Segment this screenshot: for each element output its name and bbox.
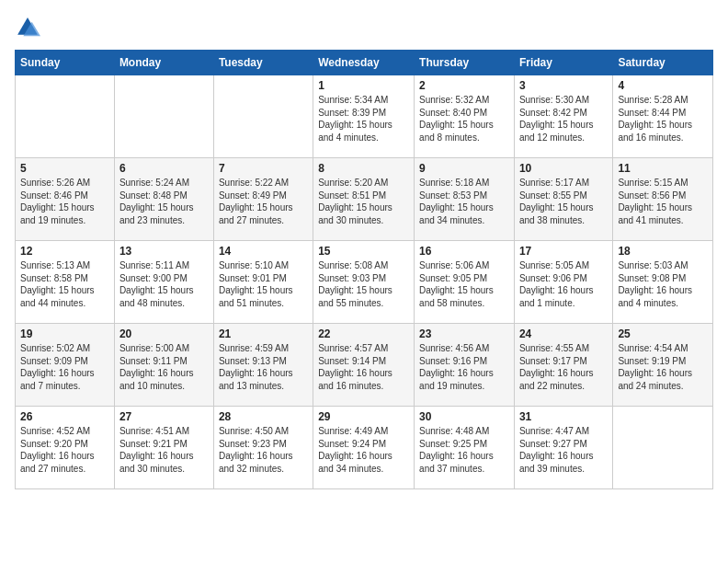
day-info: Sunrise: 5:24 AM Sunset: 8:48 PM Dayligh… — [119, 177, 209, 226]
day-info: Sunrise: 5:26 AM Sunset: 8:46 PM Dayligh… — [20, 177, 109, 226]
day-number: 21 — [219, 327, 308, 340]
day-info: Sunrise: 5:13 AM Sunset: 8:58 PM Dayligh… — [20, 259, 109, 309]
calendar-cell: 20Sunrise: 5:00 AM Sunset: 9:11 PM Dayli… — [114, 324, 213, 407]
day-number: 9 — [419, 162, 509, 175]
day-number: 26 — [20, 410, 109, 423]
day-info: Sunrise: 5:32 AM Sunset: 8:40 PM Dayligh… — [419, 94, 509, 144]
day-info: Sunrise: 5:11 AM Sunset: 9:00 PM Dayligh… — [119, 259, 209, 309]
day-number: 1 — [318, 79, 409, 92]
calendar-table: SundayMondayTuesdayWednesdayThursdayFrid… — [15, 50, 713, 489]
day-info: Sunrise: 4:56 AM Sunset: 9:16 PM Dayligh… — [419, 342, 509, 392]
calendar-cell: 4Sunrise: 5:28 AM Sunset: 8:44 PM Daylig… — [613, 75, 713, 158]
calendar-cell: 3Sunrise: 5:30 AM Sunset: 8:42 PM Daylig… — [514, 75, 612, 158]
day-info: Sunrise: 5:08 AM Sunset: 9:03 PM Dayligh… — [318, 259, 409, 309]
header — [15, 15, 713, 40]
calendar-cell — [613, 407, 713, 489]
calendar-cell: 12Sunrise: 5:13 AM Sunset: 8:58 PM Dayli… — [16, 241, 115, 324]
logo — [15, 15, 44, 40]
calendar-week-row: 5Sunrise: 5:26 AM Sunset: 8:46 PM Daylig… — [16, 158, 713, 241]
day-number: 5 — [20, 162, 109, 175]
calendar-cell — [16, 75, 115, 158]
calendar-cell: 6Sunrise: 5:24 AM Sunset: 8:48 PM Daylig… — [114, 158, 213, 241]
day-info: Sunrise: 5:28 AM Sunset: 8:44 PM Dayligh… — [618, 94, 708, 144]
day-info: Sunrise: 5:00 AM Sunset: 9:11 PM Dayligh… — [119, 342, 209, 392]
day-number: 8 — [318, 162, 409, 175]
day-number: 4 — [618, 79, 708, 92]
day-info: Sunrise: 4:55 AM Sunset: 9:17 PM Dayligh… — [519, 342, 608, 392]
calendar-header-row: SundayMondayTuesdayWednesdayThursdayFrid… — [16, 51, 713, 75]
day-number: 31 — [519, 410, 608, 423]
day-info: Sunrise: 5:34 AM Sunset: 8:39 PM Dayligh… — [318, 94, 409, 144]
day-number: 10 — [519, 162, 608, 175]
calendar-cell: 16Sunrise: 5:06 AM Sunset: 9:05 PM Dayli… — [415, 241, 515, 324]
day-info: Sunrise: 4:49 AM Sunset: 9:24 PM Dayligh… — [318, 425, 409, 475]
day-of-week-header: Thursday — [415, 51, 515, 75]
calendar-week-row: 12Sunrise: 5:13 AM Sunset: 8:58 PM Dayli… — [16, 241, 713, 324]
day-number: 12 — [20, 245, 109, 258]
day-info: Sunrise: 4:52 AM Sunset: 9:20 PM Dayligh… — [20, 425, 109, 475]
day-number: 13 — [119, 245, 209, 258]
calendar-cell: 19Sunrise: 5:02 AM Sunset: 9:09 PM Dayli… — [16, 324, 115, 407]
day-number: 7 — [219, 162, 308, 175]
day-info: Sunrise: 4:59 AM Sunset: 9:13 PM Dayligh… — [219, 342, 308, 392]
day-number: 25 — [618, 327, 708, 340]
day-info: Sunrise: 4:57 AM Sunset: 9:14 PM Dayligh… — [318, 342, 409, 392]
day-info: Sunrise: 5:15 AM Sunset: 8:56 PM Dayligh… — [618, 177, 708, 226]
day-number: 16 — [419, 245, 509, 258]
calendar-cell — [213, 75, 313, 158]
day-info: Sunrise: 5:06 AM Sunset: 9:05 PM Dayligh… — [419, 259, 509, 309]
day-info: Sunrise: 5:30 AM Sunset: 8:42 PM Dayligh… — [519, 94, 608, 144]
day-info: Sunrise: 5:02 AM Sunset: 9:09 PM Dayligh… — [20, 342, 109, 392]
calendar-cell: 8Sunrise: 5:20 AM Sunset: 8:51 PM Daylig… — [313, 158, 415, 241]
day-number: 23 — [419, 327, 509, 340]
day-of-week-header: Monday — [114, 51, 213, 75]
day-info: Sunrise: 5:03 AM Sunset: 9:08 PM Dayligh… — [618, 259, 708, 309]
day-of-week-header: Wednesday — [313, 51, 415, 75]
calendar-cell: 31Sunrise: 4:47 AM Sunset: 9:27 PM Dayli… — [514, 407, 612, 489]
calendar-cell: 29Sunrise: 4:49 AM Sunset: 9:24 PM Dayli… — [313, 407, 415, 489]
logo-icon — [15, 15, 40, 40]
day-number: 2 — [419, 79, 509, 92]
calendar-cell: 22Sunrise: 4:57 AM Sunset: 9:14 PM Dayli… — [313, 324, 415, 407]
calendar-week-row: 1Sunrise: 5:34 AM Sunset: 8:39 PM Daylig… — [16, 75, 713, 158]
day-of-week-header: Tuesday — [213, 51, 313, 75]
calendar-cell: 24Sunrise: 4:55 AM Sunset: 9:17 PM Dayli… — [514, 324, 612, 407]
day-number: 11 — [618, 162, 708, 175]
day-info: Sunrise: 5:17 AM Sunset: 8:55 PM Dayligh… — [519, 177, 608, 226]
day-number: 15 — [318, 245, 409, 258]
day-of-week-header: Sunday — [16, 51, 115, 75]
day-info: Sunrise: 5:22 AM Sunset: 8:49 PM Dayligh… — [219, 177, 308, 226]
day-number: 22 — [318, 327, 409, 340]
calendar-cell: 28Sunrise: 4:50 AM Sunset: 9:23 PM Dayli… — [213, 407, 313, 489]
day-info: Sunrise: 5:20 AM Sunset: 8:51 PM Dayligh… — [318, 177, 409, 226]
day-info: Sunrise: 4:48 AM Sunset: 9:25 PM Dayligh… — [419, 425, 509, 475]
day-info: Sunrise: 4:54 AM Sunset: 9:19 PM Dayligh… — [618, 342, 708, 392]
calendar-cell: 5Sunrise: 5:26 AM Sunset: 8:46 PM Daylig… — [16, 158, 115, 241]
calendar-cell: 11Sunrise: 5:15 AM Sunset: 8:56 PM Dayli… — [613, 158, 713, 241]
calendar-week-row: 26Sunrise: 4:52 AM Sunset: 9:20 PM Dayli… — [16, 407, 713, 489]
calendar-cell: 26Sunrise: 4:52 AM Sunset: 9:20 PM Dayli… — [16, 407, 115, 489]
day-info: Sunrise: 4:47 AM Sunset: 9:27 PM Dayligh… — [519, 425, 608, 475]
calendar-cell: 14Sunrise: 5:10 AM Sunset: 9:01 PM Dayli… — [213, 241, 313, 324]
day-number: 30 — [419, 410, 509, 423]
day-number: 18 — [618, 245, 708, 258]
calendar-cell: 18Sunrise: 5:03 AM Sunset: 9:08 PM Dayli… — [613, 241, 713, 324]
day-info: Sunrise: 4:51 AM Sunset: 9:21 PM Dayligh… — [119, 425, 209, 475]
calendar-cell: 13Sunrise: 5:11 AM Sunset: 9:00 PM Dayli… — [114, 241, 213, 324]
day-info: Sunrise: 5:18 AM Sunset: 8:53 PM Dayligh… — [419, 177, 509, 226]
calendar-cell: 21Sunrise: 4:59 AM Sunset: 9:13 PM Dayli… — [213, 324, 313, 407]
day-of-week-header: Saturday — [613, 51, 713, 75]
day-info: Sunrise: 4:50 AM Sunset: 9:23 PM Dayligh… — [219, 425, 308, 475]
day-number: 20 — [119, 327, 209, 340]
calendar-cell: 10Sunrise: 5:17 AM Sunset: 8:55 PM Dayli… — [514, 158, 612, 241]
calendar-cell: 9Sunrise: 5:18 AM Sunset: 8:53 PM Daylig… — [415, 158, 515, 241]
calendar-cell: 30Sunrise: 4:48 AM Sunset: 9:25 PM Dayli… — [415, 407, 515, 489]
calendar-cell: 1Sunrise: 5:34 AM Sunset: 8:39 PM Daylig… — [313, 75, 415, 158]
day-number: 6 — [119, 162, 209, 175]
calendar-cell: 15Sunrise: 5:08 AM Sunset: 9:03 PM Dayli… — [313, 241, 415, 324]
day-number: 19 — [20, 327, 109, 340]
calendar-cell: 2Sunrise: 5:32 AM Sunset: 8:40 PM Daylig… — [415, 75, 515, 158]
day-info: Sunrise: 5:05 AM Sunset: 9:06 PM Dayligh… — [519, 259, 608, 309]
day-number: 28 — [219, 410, 308, 423]
calendar-cell: 25Sunrise: 4:54 AM Sunset: 9:19 PM Dayli… — [613, 324, 713, 407]
